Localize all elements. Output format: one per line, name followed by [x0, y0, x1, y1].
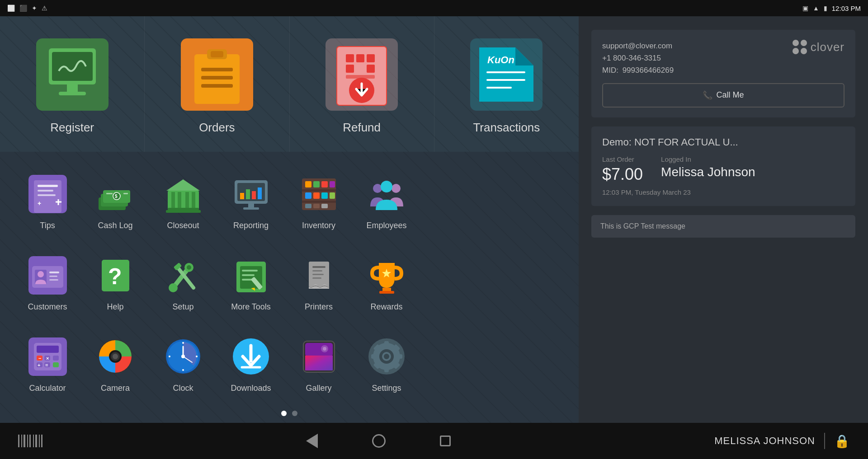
featured-app-orders[interactable]: Orders [145, 16, 289, 152]
lock-icon[interactable]: 🔒 [834, 434, 850, 449]
status-icon-2: ⬛ [19, 5, 27, 12]
app-item-setup[interactable]: Setup [149, 242, 217, 323]
svg-rect-4 [59, 92, 86, 95]
svg-rect-138 [305, 343, 333, 356]
svg-rect-45 [178, 192, 181, 208]
svg-rect-50 [166, 210, 201, 213]
setup-icon [162, 254, 205, 297]
svg-text:=: = [45, 362, 48, 368]
svg-rect-63 [313, 181, 320, 187]
featured-app-register[interactable]: Register [0, 16, 145, 152]
orders-icon-wrap [176, 34, 258, 115]
svg-rect-94 [242, 274, 255, 276]
tips-icon-svg: + [28, 175, 67, 213]
svg-point-86 [169, 283, 178, 292]
status-icon-3: ✦ [32, 5, 37, 12]
recent-apps-button[interactable] [440, 436, 451, 446]
app-item-settings[interactable]: Settings [353, 323, 420, 405]
app-item-employees[interactable]: Employees [353, 161, 420, 242]
app-item-camera[interactable]: Camera [81, 323, 149, 405]
clock-label: Clock [173, 384, 193, 393]
printers-icon-svg [300, 256, 338, 295]
employees-label: Employees [366, 221, 406, 230]
svg-text:+: + [38, 200, 41, 207]
employees-icon [365, 173, 408, 215]
clover-logo: clover [793, 40, 844, 54]
svg-rect-57 [248, 203, 254, 208]
app-item-customers[interactable]: Customers [14, 242, 81, 323]
camera-icon-svg [96, 337, 135, 376]
refund-icon-wrap [321, 34, 402, 115]
featured-app-transactions[interactable]: KuOn Transactions [434, 16, 579, 152]
clover-dot-1 [793, 40, 799, 46]
closeout-icon-svg [164, 175, 203, 213]
svg-rect-55 [252, 191, 256, 199]
cash-log-icon-svg: $ [96, 175, 135, 213]
home-icon [372, 434, 386, 448]
app-item-help[interactable]: ? Help [81, 242, 149, 323]
app-item-reporting[interactable]: Reporting [217, 161, 285, 242]
settings-icon-svg [368, 337, 406, 376]
clock-icon-svg [164, 337, 203, 376]
support-card: support@clover.com +1 800-346-3315 MID: … [591, 30, 855, 117]
svg-rect-145 [384, 341, 389, 347]
app-item-downloads[interactable]: Downloads [217, 323, 285, 405]
app-item-calculator[interactable]: − × + = Calculator [14, 323, 81, 405]
svg-rect-81 [49, 276, 57, 277]
svg-text:$: $ [115, 194, 118, 199]
page-dot-2[interactable] [292, 411, 297, 416]
svg-rect-82 [49, 279, 58, 281]
svg-text:−: − [38, 356, 41, 361]
home-button[interactable] [372, 434, 386, 448]
app-item-more-tools[interactable]: More Tools [217, 242, 285, 323]
last-order-amount: $7.00 [602, 165, 643, 183]
svg-rect-19 [367, 65, 375, 73]
app-item-cash-log[interactable]: $ Cash Log [81, 161, 149, 242]
employees-icon-svg [368, 175, 406, 213]
featured-app-refund[interactable]: Refund [290, 16, 434, 152]
rewards-label: Rewards [370, 302, 402, 312]
notification-card: This is GCP Test message [591, 215, 855, 238]
help-label: Help [107, 302, 123, 312]
support-email: support@clover.com [602, 40, 674, 52]
svg-rect-3 [67, 84, 78, 93]
help-icon-svg: ? [96, 256, 135, 295]
app-item-printers[interactable]: Printers [285, 242, 353, 323]
inventory-label: Inventory [302, 221, 335, 230]
svg-point-79 [38, 271, 44, 277]
app-item-clock[interactable]: Clock [149, 323, 217, 405]
svg-text:×: × [46, 356, 49, 361]
svg-rect-41 [106, 193, 113, 194]
transactions-label: Transactions [473, 121, 540, 135]
call-me-button[interactable]: 📞 Call Me [602, 83, 844, 108]
svg-rect-2 [52, 52, 93, 81]
demo-row: Last Order $7.00 Logged In Melissa Johns… [602, 155, 844, 184]
rewards-icon [365, 254, 408, 297]
app-item-closeout[interactable]: Closeout [149, 161, 217, 242]
svg-rect-66 [305, 192, 311, 199]
svg-rect-72 [321, 204, 328, 208]
demo-card: Demo: NOT FOR ACTUAL U... Last Order $7.… [591, 126, 855, 206]
camera-icon [94, 335, 137, 378]
svg-rect-58 [243, 207, 259, 210]
gallery-icon [297, 335, 340, 378]
svg-rect-42 [123, 193, 128, 194]
main-content: Register [0, 16, 868, 423]
mid-label: MID: [602, 66, 618, 75]
pagination [0, 407, 579, 423]
app-item-gallery[interactable]: Gallery [285, 323, 353, 405]
page-dot-1[interactable] [281, 411, 287, 416]
app-item-tips[interactable]: + Tips [14, 161, 81, 242]
app-item-rewards[interactable]: Rewards [353, 242, 420, 323]
reporting-label: Reporting [233, 221, 269, 230]
setup-icon-svg [164, 256, 203, 295]
customers-icon-svg [28, 256, 67, 295]
status-right: ▣ ▲ ▮ 12:03 PM [802, 5, 861, 12]
back-button[interactable] [306, 434, 318, 448]
camera-label: Camera [101, 384, 130, 393]
help-icon: ? [94, 254, 137, 297]
demo-datetime: 12:03 PM, Tuesday March 23 [602, 188, 844, 196]
app-item-inventory[interactable]: Inventory [285, 161, 353, 242]
rewards-icon-svg [368, 256, 406, 295]
more-tools-label: More Tools [231, 302, 271, 312]
